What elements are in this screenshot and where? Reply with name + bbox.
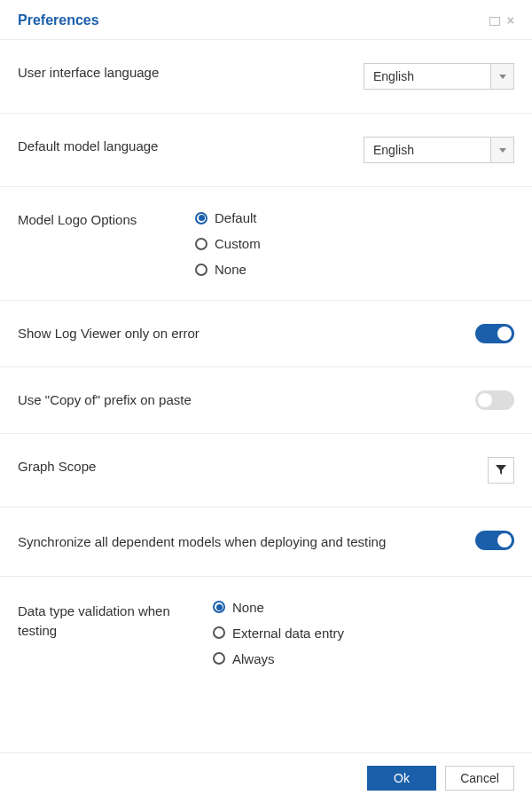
row-validation: Data type validation when testing None E… [0,577,532,689]
radio-validation-none[interactable]: None [213,600,514,615]
label-graph-scope: Graph Scope [18,457,266,474]
radio-label: External data entry [232,626,344,641]
radio-logo-none[interactable]: None [195,262,514,277]
dialog-header: Preferences × [0,0,532,40]
dialog-title: Preferences [18,12,99,28]
window-controls: × [489,14,514,27]
radio-label: Default [215,210,257,225]
row-log-viewer: Show Log Viewer only on error [0,301,532,367]
chevron-down-icon [499,75,506,79]
row-sync-models: Synchronize all dependent models when de… [0,508,532,577]
row-logo-options: Model Logo Options Default Custom None [0,187,532,301]
select-model-language-value: English [364,138,490,162]
toggle-copy-prefix[interactable] [475,390,514,410]
toggle-sync-models[interactable] [475,531,514,550]
radio-logo-custom[interactable]: Custom [195,236,514,251]
label-ui-language: User interface language [18,63,195,80]
row-graph-scope: Graph Scope [0,434,532,508]
radio-label: Always [232,651,275,666]
graph-scope-filter-button[interactable] [488,457,514,484]
row-model-language: Default model language English [0,114,532,187]
row-copy-prefix: Use "Copy of" prefix on paste [0,367,532,434]
radio-icon [213,601,225,613]
chevron-down-icon [499,148,506,153]
radio-label: None [232,600,264,615]
radio-icon [195,212,207,224]
label-log-viewer: Show Log Viewer only on error [18,324,266,341]
label-copy-prefix: Use "Copy of" prefix on paste [18,390,266,407]
label-sync-models: Synchronize all dependent models when de… [18,531,461,553]
radio-icon [195,264,207,276]
toggle-log-viewer[interactable] [475,324,514,343]
radio-icon [213,652,225,665]
label-logo-options: Model Logo Options [18,210,195,227]
select-model-language[interactable]: English [364,137,514,163]
radio-label: None [215,262,246,277]
radio-label: Custom [215,236,261,251]
cancel-button[interactable]: Cancel [445,766,514,791]
select-ui-language-caret[interactable] [490,64,513,89]
label-model-language: Default model language [18,137,195,154]
select-ui-language[interactable]: English [364,63,514,90]
radio-validation-external[interactable]: External data entry [213,626,514,641]
radio-validation-always[interactable]: Always [213,651,514,666]
radio-logo-default[interactable]: Default [195,210,514,225]
select-ui-language-value: English [364,64,490,89]
filter-icon [496,465,506,476]
label-validation: Data type validation when testing [18,600,213,642]
dialog-footer: Ok Cancel [0,752,532,803]
select-model-language-caret[interactable] [490,138,513,162]
maximize-icon[interactable] [489,14,500,27]
radio-icon [213,626,225,639]
row-ui-language: User interface language English [0,40,532,114]
ok-button[interactable]: Ok [367,766,436,791]
close-icon[interactable]: × [507,14,514,27]
radio-icon [195,238,207,250]
